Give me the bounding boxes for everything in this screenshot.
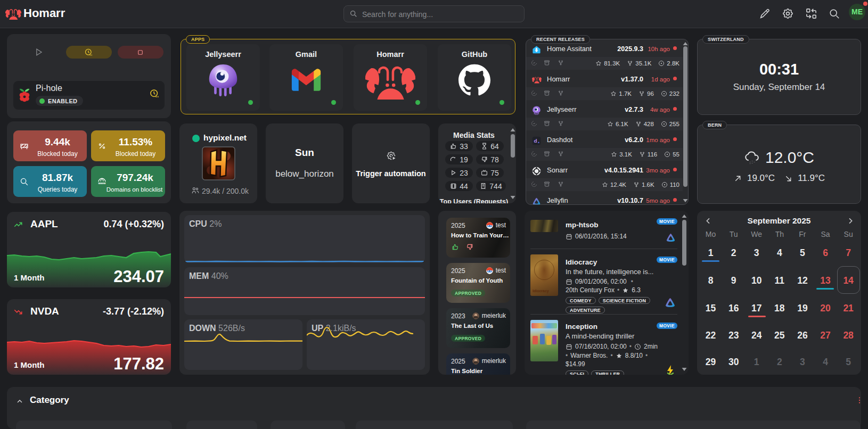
svg-text:d: d — [534, 138, 537, 144]
svg-text:www: www — [97, 182, 105, 185]
